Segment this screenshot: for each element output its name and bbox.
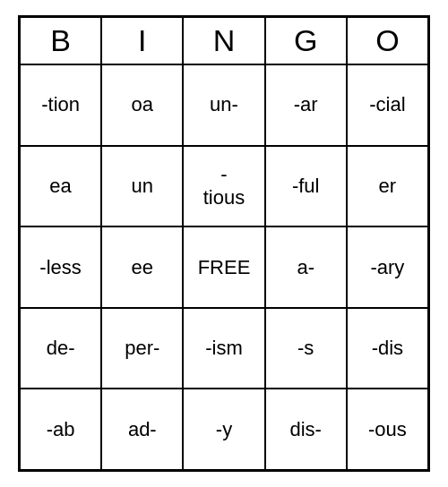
cell-5-2: ad- [101, 389, 183, 470]
cell-2-3: - tious [183, 146, 264, 227]
cell-1-5: -cial [347, 64, 428, 146]
cell-1-4: -ar [265, 64, 347, 146]
cell-2-2: un [101, 146, 183, 227]
cell-1-2: oa [101, 64, 183, 146]
header-i: I [101, 17, 183, 64]
cell-3-2: ee [101, 226, 183, 308]
cell-3-4: a- [265, 226, 347, 308]
cell-1-3: un- [183, 64, 264, 146]
cell-4-1: de- [20, 308, 101, 389]
cell-5-4: dis- [265, 389, 347, 470]
cell-3-1: -less [20, 226, 101, 308]
cell-4-3: -ism [183, 308, 264, 389]
cell-2-1: ea [20, 146, 101, 227]
bingo-card: B I N G O -tion oa un- -ar -cial ea un -… [18, 15, 430, 472]
cell-1-1: -tion [20, 64, 101, 146]
cell-4-4: -s [265, 308, 347, 389]
header-b: B [20, 17, 101, 64]
cell-5-5: -ous [347, 389, 428, 470]
cell-5-1: -ab [20, 389, 101, 470]
cell-2-4: -ful [265, 146, 347, 227]
header-g: G [265, 17, 347, 64]
cell-3-3: FREE [183, 226, 264, 308]
header-n: N [183, 17, 264, 64]
cell-5-3: -y [183, 389, 264, 470]
cell-2-5: er [347, 146, 428, 227]
cell-4-2: per- [101, 308, 183, 389]
cell-3-5: -ary [347, 226, 428, 308]
header-o: O [347, 17, 428, 64]
cell-4-5: -dis [347, 308, 428, 389]
